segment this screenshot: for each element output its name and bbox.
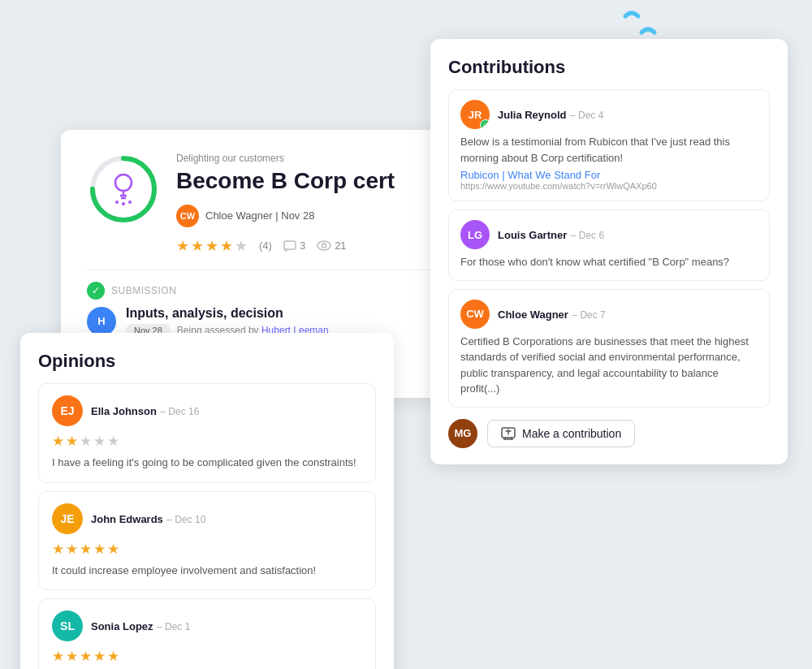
opinion-author-name: Sonia Lopez: [91, 620, 153, 632]
opinions-card: Opinions EJ Ella Johnson – Dec 16 ★ ★ ★ …: [20, 333, 394, 669]
contrib-author-info: Chloe Wagner – Dec 7: [498, 307, 606, 322]
opinion-date: – Dec 16: [160, 406, 199, 417]
contrib-date: – Dec 6: [571, 230, 604, 241]
contribution-item: CW Chloe Wagner – Dec 7 Certified B Corp…: [448, 289, 770, 408]
contribution-header: LG Louis Gartner – Dec 6: [460, 220, 758, 249]
submission-title: Inputs, analysis, decision: [126, 306, 329, 321]
opinion-author-name: John Edwards: [91, 513, 163, 525]
submission-info: Inputs, analysis, decision Nov 28 Being …: [126, 306, 329, 337]
make-contribution-label: Make a contribution: [522, 427, 621, 440]
progress-circle: [87, 153, 160, 226]
current-user-avatar: MG: [448, 419, 477, 448]
opinion-date: – Dec 1: [157, 621, 190, 632]
opinion-avatar: JE: [52, 503, 83, 534]
author-initials: CW: [180, 211, 195, 221]
svg-point-8: [128, 201, 132, 204]
contrib-date: – Dec 4: [570, 110, 603, 121]
comment-icon: [283, 240, 296, 252]
contrib-text: Below is a testimonial from Rubicon that…: [460, 134, 758, 166]
contrib-author-info: Julia Reynold – Dec 4: [498, 107, 603, 122]
opinion-avatar: SL: [52, 611, 83, 641]
opinion-text: It could increase employee involvement a…: [52, 563, 362, 579]
opinion-author-info: Sonia Lopez – Dec 1: [91, 619, 190, 633]
contribution-icon: [501, 427, 516, 440]
opinion-date: – Dec 10: [166, 514, 205, 525]
contrib-avatar: JR ☺: [460, 100, 490, 129]
opinion-header: JE John Edwards – Dec 10: [52, 503, 362, 534]
contrib-text: For those who don't know what certified …: [460, 254, 758, 270]
eye-icon: [317, 240, 331, 251]
opinion-item: JE John Edwards – Dec 10 ★ ★ ★ ★ ★ It co…: [38, 491, 376, 591]
make-contribution-button[interactable]: Make a contribution: [487, 420, 635, 447]
view-count: 21: [317, 240, 346, 252]
svg-point-12: [322, 244, 326, 248]
contribution-item: LG Louis Gartner – Dec 6 For those who d…: [448, 209, 770, 281]
opinion-header: EJ Ella Johnson – Dec 16: [52, 395, 362, 426]
svg-point-6: [115, 201, 119, 204]
opinion-avatar: EJ: [52, 395, 83, 426]
contributions-title: Contributions: [448, 57, 770, 78]
contrib-author-info: Louis Gartner – Dec 6: [498, 227, 604, 242]
contribution-header: CW Chloe Wagner – Dec 7: [460, 300, 758, 329]
opinion-stars: ★ ★ ★ ★ ★: [52, 648, 362, 665]
contrib-link-sub: https://www.youtube.com/watch?v=rrWlwQAX…: [460, 181, 758, 191]
opinion-stars: ★ ★ ★ ★ ★: [52, 541, 362, 558]
contrib-avatar: LG: [460, 220, 490, 249]
submission-avatar: H: [87, 307, 116, 336]
contrib-author-name: Julia Reynold: [498, 109, 567, 121]
opinion-stars: ★ ★ ★ ★ ★: [52, 433, 362, 450]
author-avatar: CW: [176, 205, 199, 227]
contribution-item: JR ☺ Julia Reynold – Dec 4 Below is a te…: [448, 89, 770, 201]
opinion-author-info: Ella Johnson – Dec 16: [91, 404, 199, 418]
contrib-avatar: CW: [460, 300, 490, 329]
svg-rect-9: [284, 241, 296, 249]
svg-point-7: [122, 202, 125, 205]
contrib-author-name: Louis Gartner: [498, 229, 567, 241]
opinion-header: SL Sonia Lopez – Dec 1: [52, 611, 362, 641]
contrib-author-name: Chloe Wagner: [498, 309, 568, 321]
submission-label: Submission: [111, 285, 176, 296]
contributions-footer: MG Make a contribution: [448, 419, 770, 448]
opinion-item: EJ Ella Johnson – Dec 16 ★ ★ ★ ★ ★ I hav…: [38, 383, 376, 483]
contributions-card: Contributions JR ☺ Julia Reynold – Dec 4…: [430, 39, 788, 464]
contribution-header: JR ☺ Julia Reynold – Dec 4: [460, 100, 758, 129]
author-name: Chloe Wagner | Nov 28: [205, 209, 314, 222]
contrib-text: Certified B Corporations are businesses …: [460, 334, 758, 397]
comment-count: 3: [283, 240, 305, 252]
submission-check: ✓: [87, 282, 105, 300]
opinion-author-info: John Edwards – Dec 10: [91, 511, 205, 526]
rating-stars: ★ ★ ★ ★ ★: [176, 237, 248, 255]
contrib-date: – Dec 7: [572, 309, 605, 321]
svg-point-11: [317, 241, 330, 250]
review-count: (4): [259, 240, 272, 252]
contrib-link[interactable]: Rubicon | What We Stand For: [460, 169, 758, 181]
svg-point-2: [115, 175, 132, 191]
smile-badge: ☺: [480, 119, 490, 129]
opinion-author-name: Ella Johnson: [91, 405, 157, 417]
opinion-item: SL Sonia Lopez – Dec 1 ★ ★ ★ ★ ★ It's im…: [38, 598, 376, 669]
opinions-title: Opinions: [38, 351, 376, 372]
opinion-text: I have a feeling it's going to be compli…: [52, 455, 362, 471]
